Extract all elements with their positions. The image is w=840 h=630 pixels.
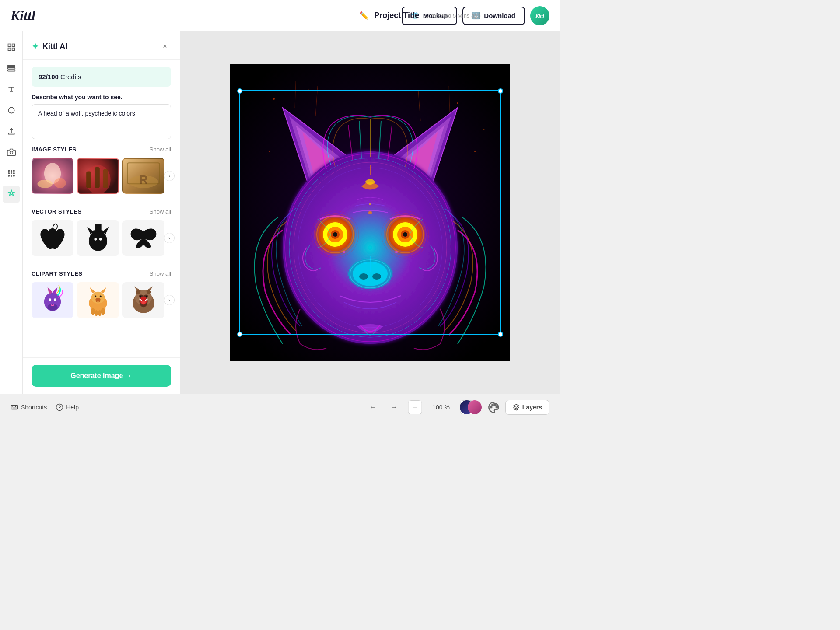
svg-rect-5 <box>7 67 15 69</box>
vector-style-3[interactable] <box>122 220 164 256</box>
clipart-styles-section: CLIPART STYLES Show all <box>23 270 180 325</box>
help-label: Help <box>66 404 79 411</box>
sidebar-item-edit[interactable] <box>3 38 20 56</box>
svg-point-84 <box>483 129 485 130</box>
sidebar-item-upload[interactable] <box>3 122 20 140</box>
svg-point-59 <box>100 295 102 297</box>
svg-point-65 <box>98 310 102 316</box>
shortcuts-button[interactable]: Shortcuts <box>10 403 47 411</box>
svg-point-48 <box>48 304 58 311</box>
image-styles-header: IMAGE STYLES Show all <box>32 146 171 153</box>
svg-point-83 <box>457 102 458 104</box>
image-style-2[interactable] <box>77 158 119 194</box>
svg-point-21 <box>38 180 53 188</box>
svg-rect-2 <box>8 48 10 51</box>
edit-icon: ✏️ <box>359 11 369 21</box>
header: Kittl ✏️ Project Title Autosaved 5 Mins … <box>0 0 560 32</box>
redo-button[interactable]: → <box>387 400 401 414</box>
svg-rect-27 <box>103 169 108 188</box>
clipart-styles-header: CLIPART STYLES Show all <box>32 270 171 277</box>
autosaved-status: Autosaved 5 Mins ago <box>424 12 481 19</box>
svg-rect-41 <box>94 224 101 231</box>
svg-point-62 <box>91 308 95 315</box>
header-center: ✏️ Project Title Autosaved 5 Mins ago <box>359 11 480 21</box>
svg-point-60 <box>95 298 101 301</box>
main-area: ✦ Kittl AI × 92/100 Credits Describe wha… <box>0 32 560 394</box>
zoom-level: 100 % <box>429 404 453 411</box>
sidebar-item-ai[interactable] <box>3 186 20 203</box>
vector-styles-section: VECTOR STYLES Show all <box>23 208 180 263</box>
vector-style-2[interactable] <box>77 220 119 256</box>
layers-button[interactable]: Layers <box>505 400 550 415</box>
svg-point-126 <box>368 211 372 214</box>
download-label: Download <box>484 12 515 19</box>
image-styles-section: IMAGE STYLES Show all <box>23 146 180 201</box>
panel-title-text: Kittl AI <box>42 42 67 51</box>
svg-rect-1 <box>12 44 14 47</box>
svg-rect-132 <box>11 405 18 409</box>
credits-value: 92/100 <box>38 73 59 80</box>
svg-point-49 <box>49 298 51 301</box>
image-styles-grid: R › <box>32 158 171 194</box>
zoom-out-button[interactable]: − <box>408 400 422 414</box>
generate-section: Generate Image → <box>23 357 180 394</box>
panel-header: ✦ Kittl AI × <box>23 32 180 60</box>
clipart-styles-chevron[interactable]: › <box>164 295 175 305</box>
image-styles-chevron[interactable]: › <box>164 171 175 181</box>
undo-button[interactable]: ← <box>366 400 380 414</box>
vector-styles-header: VECTOR STYLES Show all <box>32 208 171 215</box>
svg-point-58 <box>94 295 96 297</box>
vector-styles-show-all[interactable]: Show all <box>150 208 171 215</box>
describe-input[interactable]: A head of a wolf, psychedelic colors <box>32 104 171 139</box>
color-picker-icon[interactable] <box>488 401 500 413</box>
bottom-center: ← → − 100 % + <box>366 400 474 414</box>
svg-point-63 <box>101 308 105 315</box>
svg-point-127 <box>369 203 371 205</box>
sidebar-item-shapes[interactable] <box>3 102 20 119</box>
bottom-left: Shortcuts Help <box>10 403 79 411</box>
credits-suffix: Credits <box>59 73 81 80</box>
svg-rect-3 <box>12 48 14 51</box>
clipart-style-3[interactable] <box>122 282 164 318</box>
image-style-1[interactable] <box>32 158 74 194</box>
avatar[interactable]: Kittl <box>530 6 550 25</box>
svg-point-122 <box>359 273 368 280</box>
color-circle-pink <box>468 400 482 414</box>
svg-rect-4 <box>7 65 15 66</box>
vector-styles-chevron[interactable]: › <box>164 233 175 243</box>
layers-label: Layers <box>522 404 542 411</box>
vector-style-1[interactable] <box>32 220 74 256</box>
sparkle-icon: ✦ <box>32 41 39 52</box>
keyboard-icon <box>10 403 18 411</box>
generate-button[interactable]: Generate Image → <box>32 365 171 387</box>
svg-point-79 <box>141 301 146 304</box>
svg-point-134 <box>490 406 492 408</box>
svg-point-53 <box>91 292 105 304</box>
clipart-style-2[interactable] <box>77 282 119 318</box>
clipart-styles-show-all[interactable]: Show all <box>150 270 171 277</box>
image-styles-show-all[interactable]: Show all <box>150 146 171 153</box>
svg-point-81 <box>273 98 275 100</box>
help-button[interactable]: Help <box>56 403 79 411</box>
bottom-bar: Shortcuts Help ← → − 100 % + <box>0 394 560 420</box>
sidebar-item-camera[interactable] <box>3 144 20 161</box>
svg-point-85 <box>269 151 270 152</box>
sidebar-item-layers-panel[interactable] <box>3 60 20 77</box>
sidebar-item-text[interactable] <box>3 80 20 98</box>
describe-label: Describe what you want to see. <box>23 94 180 104</box>
svg-point-35 <box>89 231 107 251</box>
sidebar-item-grid[interactable] <box>3 164 20 182</box>
svg-text:R: R <box>139 173 147 186</box>
divider-2 <box>32 263 171 263</box>
svg-point-22 <box>54 178 66 188</box>
sidebar-icons <box>0 32 23 394</box>
clipart-style-1[interactable] <box>32 282 74 318</box>
color-toggle[interactable] <box>460 400 483 414</box>
close-panel-button[interactable]: × <box>159 40 171 52</box>
image-style-3[interactable]: R <box>122 158 164 194</box>
canvas-image[interactable] <box>230 64 510 361</box>
logo: Kittl <box>10 7 35 24</box>
help-icon <box>56 403 63 411</box>
svg-rect-26 <box>94 167 100 188</box>
svg-point-136 <box>494 404 496 406</box>
